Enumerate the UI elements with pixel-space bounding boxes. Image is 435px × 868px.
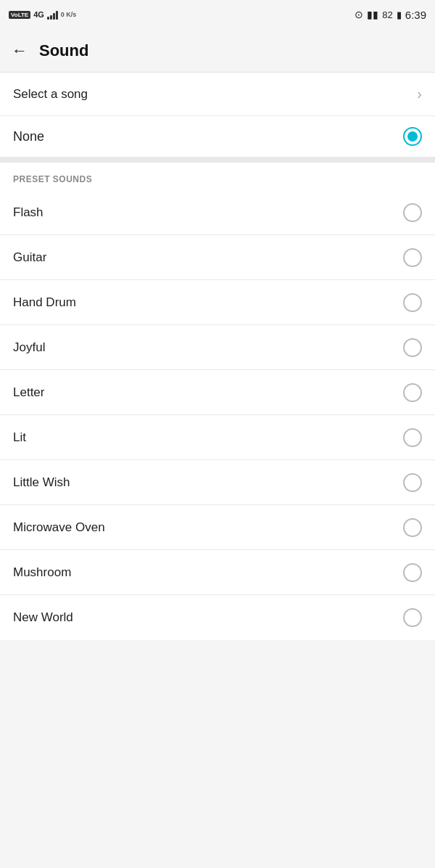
sound-name: Guitar xyxy=(13,250,46,265)
header: ← Sound xyxy=(0,29,435,73)
battery-icon: ▮ xyxy=(397,9,402,20)
vibrate-icon: ▮▮ xyxy=(367,9,378,20)
sound-item[interactable]: Joyful xyxy=(0,325,435,370)
sound-radio-unselected[interactable] xyxy=(403,428,422,447)
sound-item[interactable]: Guitar xyxy=(0,235,435,280)
sound-item[interactable]: Letter xyxy=(0,370,435,415)
sound-radio-unselected[interactable] xyxy=(403,473,422,492)
sound-radio-unselected[interactable] xyxy=(403,293,422,312)
sound-items-container: FlashGuitarHand DrumJoyfulLetterLitLittl… xyxy=(0,190,435,640)
bluetooth-icon: ⊙ xyxy=(355,9,363,20)
sound-radio-unselected[interactable] xyxy=(403,383,422,402)
chevron-right-icon: › xyxy=(417,86,422,102)
sound-radio-unselected[interactable] xyxy=(403,338,422,357)
select-song-row[interactable]: Select a song › xyxy=(0,73,435,116)
sound-item[interactable]: New World xyxy=(0,595,435,640)
sound-item[interactable]: Little Wish xyxy=(0,460,435,505)
select-song-label: Select a song xyxy=(13,87,88,102)
sound-item[interactable]: Lit xyxy=(0,415,435,460)
signal-bars xyxy=(47,9,58,20)
sound-item[interactable]: Hand Drum xyxy=(0,280,435,325)
none-label: None xyxy=(13,129,44,144)
none-option[interactable]: None xyxy=(0,116,435,163)
status-right: ⊙ ▮▮ 82 ▮ 6:39 xyxy=(355,9,426,21)
preset-sounds-heading: PRESET SOUNDS xyxy=(0,163,435,190)
sound-name: Letter xyxy=(13,385,44,400)
volte-badge: VoLTE xyxy=(9,11,30,19)
sound-name: Lit xyxy=(13,430,26,445)
sound-name: Joyful xyxy=(13,340,45,355)
sound-name: Hand Drum xyxy=(13,295,76,310)
sound-radio-unselected[interactable] xyxy=(403,563,422,582)
time: 6:39 xyxy=(405,9,426,21)
battery-level: 82 xyxy=(382,9,392,20)
sound-name: Little Wish xyxy=(13,475,70,490)
sound-item[interactable]: Mushroom xyxy=(0,550,435,595)
sound-radio-unselected[interactable] xyxy=(403,203,422,222)
sound-name: Flash xyxy=(13,205,44,220)
sound-name: Mushroom xyxy=(13,565,71,580)
sound-name: Microwave Oven xyxy=(13,520,105,535)
sound-item[interactable]: Microwave Oven xyxy=(0,505,435,550)
back-button[interactable]: ← xyxy=(12,41,28,60)
sound-radio-unselected[interactable] xyxy=(403,248,422,267)
sound-list: PRESET SOUNDS FlashGuitarHand DrumJoyful… xyxy=(0,163,435,640)
network-type: 4G xyxy=(33,10,44,19)
status-bar: VoLTE 4G 0 K/s ⊙ ▮▮ 82 ▮ 6:39 xyxy=(0,0,435,29)
sound-name: New World xyxy=(13,610,73,625)
none-radio-selected[interactable] xyxy=(403,127,422,146)
sound-radio-unselected[interactable] xyxy=(403,608,422,627)
page-title: Sound xyxy=(39,41,88,60)
status-left: VoLTE 4G 0 K/s xyxy=(9,9,76,20)
data-speed: 0 K/s xyxy=(61,11,77,19)
sound-radio-unselected[interactable] xyxy=(403,518,422,537)
sound-item[interactable]: Flash xyxy=(0,190,435,235)
